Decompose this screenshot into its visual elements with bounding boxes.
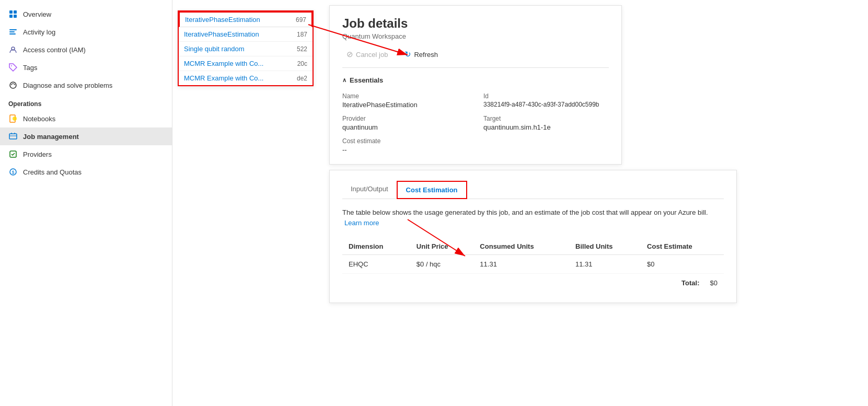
cell-billed-units: 11.31 bbox=[569, 255, 641, 274]
field-cost-estimate: Cost estimate -- bbox=[342, 137, 468, 154]
job-name-3: MCMR Example with Co... bbox=[184, 60, 293, 67]
refresh-button[interactable]: ↻ Refresh bbox=[400, 48, 442, 61]
sidebar-item-credits-quotas[interactable]: $ Credits and Quotas bbox=[0, 163, 172, 181]
svg-point-11 bbox=[13, 117, 17, 121]
cost-table: Dimension Unit Price Consumed Units Bill… bbox=[342, 238, 724, 274]
essentials-grid: Name IterativePhaseEstimation Id 338214f… bbox=[342, 92, 609, 154]
refresh-icon: ↻ bbox=[404, 50, 411, 59]
sidebar-item-label: Diagnose and solve problems bbox=[23, 82, 112, 89]
cell-cost-estimate: $0 bbox=[641, 255, 724, 274]
sidebar-item-label: Access control (IAM) bbox=[23, 46, 86, 54]
job-list-row-2[interactable]: Single qubit random 522 bbox=[179, 42, 313, 56]
job-id-4: de2 bbox=[297, 75, 307, 82]
svg-rect-6 bbox=[9, 33, 16, 34]
diagnose-icon bbox=[8, 80, 18, 90]
sidebar-item-label: Activity log bbox=[23, 28, 55, 36]
svg-rect-5 bbox=[9, 31, 15, 32]
table-row: EHQC $0 / hqc 11.31 11.31 $0 bbox=[342, 255, 724, 274]
field-id: Id 338214f9-a487-430c-a93f-37add00c599b bbox=[483, 92, 609, 109]
job-id-0: 697 bbox=[296, 16, 306, 24]
sidebar-item-notebooks[interactable]: Notebooks bbox=[0, 110, 172, 127]
svg-text:$: $ bbox=[11, 170, 14, 175]
essentials-header: ∧ Essentials bbox=[342, 76, 609, 84]
col-cost-estimate: Cost Estimate bbox=[641, 238, 724, 255]
sidebar-item-label: Job management bbox=[23, 133, 79, 141]
access-icon bbox=[8, 45, 18, 54]
svg-rect-0 bbox=[9, 10, 13, 14]
job-details-subtitle: Quantum Workspace bbox=[342, 32, 609, 40]
svg-rect-3 bbox=[14, 15, 17, 18]
job-id-3: 20c bbox=[297, 60, 307, 67]
job-list-row-1[interactable]: IterativePhaseEstimation 187 bbox=[179, 27, 313, 42]
svg-rect-12 bbox=[9, 134, 17, 139]
learn-more-link[interactable]: Learn more bbox=[344, 219, 379, 227]
svg-point-8 bbox=[11, 65, 12, 66]
sidebar-item-label: Tags bbox=[23, 64, 37, 72]
job-name-0: IterativePhaseEstimation bbox=[185, 16, 292, 24]
job-id-1: 187 bbox=[297, 31, 307, 38]
cost-panel: Input/Output Cost Estimation The table b… bbox=[329, 170, 737, 303]
field-provider: Provider quantinuum bbox=[342, 115, 468, 131]
sidebar-item-access-control[interactable]: Access control (IAM) bbox=[0, 41, 172, 59]
job-list-row-3[interactable]: MCMR Example with Co... 20c bbox=[179, 56, 313, 71]
svg-rect-1 bbox=[14, 10, 17, 14]
svg-point-9 bbox=[10, 82, 16, 88]
sidebar-item-label: Credits and Quotas bbox=[23, 168, 82, 176]
total-row: Total: $0 bbox=[342, 274, 724, 292]
cost-description: The table below shows the usage generate… bbox=[342, 207, 724, 228]
col-billed-units: Billed Units bbox=[569, 238, 641, 255]
job-list-row-0[interactable]: IterativePhaseEstimation 697 bbox=[179, 11, 313, 27]
job-details-title: Job details bbox=[342, 16, 609, 31]
col-consumed-units: Consumed Units bbox=[473, 238, 569, 255]
sidebar-item-tags[interactable]: Tags bbox=[0, 59, 172, 76]
operations-section-label: Operations bbox=[0, 94, 172, 110]
sidebar-item-overview[interactable]: Overview bbox=[0, 5, 172, 23]
tags-icon bbox=[8, 63, 18, 72]
notebooks-icon bbox=[8, 114, 18, 123]
job-name-4: MCMR Example with Co... bbox=[184, 74, 293, 82]
cancel-job-button[interactable]: ⊘ Cancel job bbox=[342, 48, 392, 61]
credits-icon: $ bbox=[8, 167, 18, 177]
chevron-up-icon: ∧ bbox=[342, 77, 346, 84]
job-list-row-4[interactable]: MCMR Example with Co... de2 bbox=[179, 71, 313, 85]
job-id-2: 522 bbox=[297, 45, 307, 53]
cancel-icon: ⊘ bbox=[346, 50, 353, 59]
sidebar: Overview Activity log Access control (IA… bbox=[0, 0, 172, 406]
col-dimension: Dimension bbox=[342, 238, 410, 255]
tab-bar: Input/Output Cost Estimation bbox=[342, 181, 724, 199]
svg-rect-2 bbox=[9, 15, 13, 18]
sidebar-item-label: Providers bbox=[23, 150, 52, 158]
field-name: Name IterativePhaseEstimation bbox=[342, 92, 468, 109]
job-name-2: Single qubit random bbox=[184, 45, 293, 53]
activity-icon bbox=[8, 27, 18, 37]
sidebar-item-activity-log[interactable]: Activity log bbox=[0, 23, 172, 41]
field-target: Target quantinuum.sim.h1-1e bbox=[483, 115, 609, 131]
jobs-icon bbox=[8, 132, 18, 141]
tab-input-output[interactable]: Input/Output bbox=[342, 181, 397, 199]
job-toolbar: ⊘ Cancel job ↻ Refresh bbox=[342, 48, 609, 68]
sidebar-item-diagnose[interactable]: Diagnose and solve problems bbox=[0, 76, 172, 94]
cell-consumed-units: 11.31 bbox=[473, 255, 569, 274]
sidebar-item-job-management[interactable]: Job management bbox=[0, 127, 172, 145]
sidebar-item-label: Overview bbox=[23, 10, 51, 18]
col-unit-price: Unit Price bbox=[410, 238, 474, 255]
sidebar-item-providers[interactable]: Providers bbox=[0, 145, 172, 163]
cell-unit-price: $0 / hqc bbox=[410, 255, 474, 274]
sidebar-item-label: Notebooks bbox=[23, 115, 55, 123]
svg-rect-4 bbox=[9, 29, 17, 30]
job-name-1: IterativePhaseEstimation bbox=[184, 30, 293, 38]
cell-dimension: EHQC bbox=[342, 255, 410, 274]
overview-icon bbox=[8, 9, 18, 19]
tab-cost-estimation[interactable]: Cost Estimation bbox=[397, 181, 467, 199]
providers-icon bbox=[8, 149, 18, 159]
